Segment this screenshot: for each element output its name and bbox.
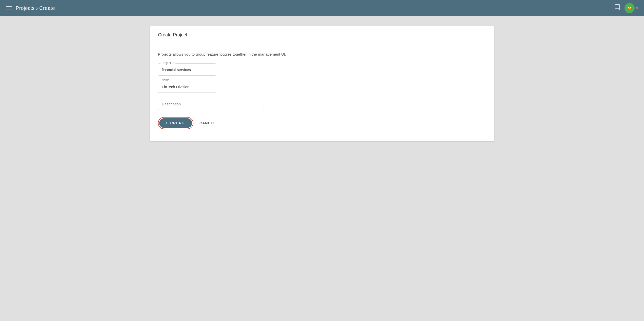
description-input[interactable] <box>158 98 264 110</box>
documentation-icon[interactable] <box>614 4 620 12</box>
hamburger-menu-icon[interactable] <box>6 6 12 10</box>
name-field: Name <box>158 81 486 93</box>
project-id-input[interactable] <box>158 63 216 76</box>
user-avatar-wrapper[interactable]: ▾ <box>625 3 638 13</box>
chevron-down-icon: ▾ <box>636 6 638 10</box>
svg-rect-1 <box>628 7 629 8</box>
card-header: Create Project <box>150 26 494 44</box>
header-left: Projects › Create <box>6 5 55 11</box>
svg-rect-2 <box>630 7 631 8</box>
create-button[interactable]: + CREATE <box>159 118 192 128</box>
svg-rect-6 <box>629 9 629 10</box>
plus-icon: + <box>165 121 168 125</box>
breadcrumb: Projects › Create <box>16 5 55 11</box>
svg-rect-5 <box>631 7 632 8</box>
header-right: ▾ <box>614 3 638 13</box>
description-field <box>158 98 264 110</box>
main-content: Create Project Projects allows you to gr… <box>0 16 644 151</box>
svg-rect-7 <box>630 9 631 10</box>
project-id-label: Project Id <box>160 61 175 65</box>
form-description: Projects allows you to group feature tog… <box>158 52 486 56</box>
create-button-label: CREATE <box>170 121 186 125</box>
card-title: Create Project <box>158 32 486 38</box>
svg-rect-3 <box>629 8 630 9</box>
project-id-field: Project Id <box>158 63 486 76</box>
cancel-button[interactable]: CANCEL <box>197 119 218 128</box>
app-header: Projects › Create <box>0 0 644 16</box>
create-project-card: Create Project Projects allows you to gr… <box>150 26 494 141</box>
button-row: + CREATE CANCEL <box>158 117 486 129</box>
name-label: Name <box>160 78 171 82</box>
name-input[interactable] <box>158 81 216 93</box>
create-button-highlight: + CREATE <box>158 117 193 129</box>
svg-point-9 <box>629 6 630 6</box>
card-body: Projects allows you to group feature tog… <box>150 44 494 141</box>
svg-rect-4 <box>628 7 628 8</box>
avatar <box>625 3 635 13</box>
